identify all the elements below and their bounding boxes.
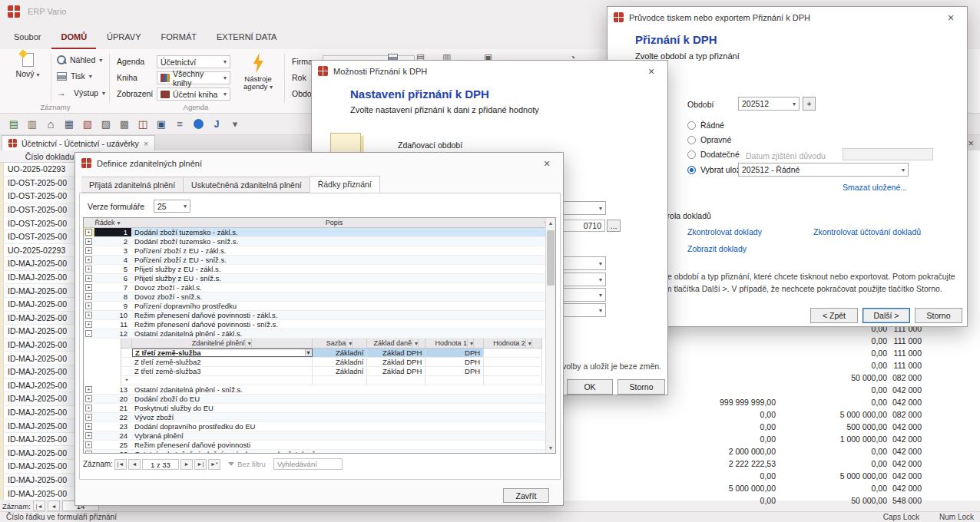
expand-icon[interactable]: +: [85, 414, 92, 421]
previous-record-icon[interactable]: ◄: [48, 501, 60, 511]
output-button[interactable]: → Výstup▾: [57, 88, 105, 98]
declaration-row[interactable]: + 21 Poskytnutí služby do EU: [84, 404, 555, 413]
expand-icon[interactable]: +: [85, 312, 92, 319]
menu-item[interactable]: ÚPRAVY: [98, 28, 150, 49]
agenda-tools-button[interactable]: Nástroje agendy ▾: [237, 53, 280, 91]
expand-icon[interactable]: +: [85, 432, 92, 439]
amount-row[interactable]: 0,00 1 000 000,00 042 000: [568, 433, 980, 445]
expand-icon[interactable]: +: [85, 321, 92, 328]
sort-chevron-icon[interactable]: ▾: [118, 220, 121, 226]
home-icon[interactable]: ⌂: [45, 118, 57, 130]
last-record-icon[interactable]: ►|: [194, 459, 207, 470]
book-combo[interactable]: Všechny knihy▾: [157, 71, 230, 84]
cash-drawer-icon[interactable]: ▩: [118, 118, 131, 130]
preview-button[interactable]: Náhled▾: [57, 55, 102, 64]
close-icon[interactable]: ×: [641, 64, 661, 79]
declaration-row[interactable]: + 3 Pořízení zboží z EU - zákl.s.: [84, 246, 555, 256]
declaration-row[interactable]: + 2 Dodání zboží tuzemsko - sníž.s.: [84, 237, 555, 246]
declaration-row[interactable]: + 5 Přijetí služby z EU - zákl.s.: [84, 265, 555, 274]
scrollbar-thumb[interactable]: [547, 230, 555, 286]
panel-close-icon[interactable]: ×: [968, 137, 974, 149]
wizard-title-bar[interactable]: Průvodce tiskem nebo exportem Přiznání k…: [608, 7, 967, 28]
more-tools-chevron-icon[interactable]: ▾: [229, 118, 241, 130]
expand-icon[interactable]: +: [85, 405, 92, 411]
expand-icon[interactable]: +: [85, 441, 92, 448]
scroll-down-icon[interactable]: ▼: [546, 443, 555, 453]
next-button[interactable]: Další >: [862, 308, 910, 323]
declaration-row[interactable]: + 4 Pořízení zboží z EU - sníž.s.: [84, 256, 555, 265]
declaration-row[interactable]: + 26 Ostatní uskutečněná plnění s nároke…: [84, 450, 555, 454]
new-button[interactable]: Nový ▾: [9, 53, 46, 78]
check-posting-link[interactable]: Zkontrolovat účtování dokladů: [813, 227, 921, 236]
menu-item[interactable]: DOMŮ: [51, 28, 96, 49]
declaration-row[interactable]: + 22 Vývoz zboží: [84, 413, 555, 422]
table-icon[interactable]: ≡: [174, 118, 186, 130]
expand-icon[interactable]: +: [85, 293, 92, 300]
calendar-icon[interactable]: ▧: [81, 118, 94, 130]
saved-declaration-combo[interactable]: 202512 - Řádné▾: [738, 163, 909, 177]
new-record-icon[interactable]: ►*: [208, 459, 220, 470]
expand-icon[interactable]: +: [85, 451, 92, 454]
amount-row[interactable]: 0,00 5 000 000,00 082 000: [568, 408, 980, 421]
taxable-supply-row[interactable]: Z třetí země-služba3 Základní Základ DPH…: [121, 367, 542, 376]
amount-row[interactable]: 0,00 500 000,00 042 000: [568, 421, 980, 433]
menu-item[interactable]: FORMÁT: [152, 28, 206, 49]
declaration-row[interactable]: + 23 Dodání dopravního prostředku do EU: [84, 422, 555, 431]
filter-state[interactable]: Bez filtru: [228, 460, 266, 468]
expand-icon[interactable]: +: [85, 423, 92, 430]
previous-record-icon[interactable]: ◄: [128, 459, 141, 470]
table-header[interactable]: Řádek▾ Popis ▾: [84, 218, 555, 228]
expand-icon[interactable]: +: [85, 247, 92, 254]
amount-row[interactable]: 2 222 222,53 0,00 042 000: [568, 458, 980, 470]
declaration-row[interactable]: + 24 Vybraná plnění: [84, 431, 555, 441]
check-documents-link[interactable]: Zkontrolovat doklady: [687, 227, 762, 236]
declaration-row[interactable]: + 10 Režim přenesení daňové povinnosti -…: [84, 311, 555, 320]
amount-row[interactable]: 0,00 5 000 000,00 042 000: [568, 470, 980, 482]
next-record-icon[interactable]: ►: [180, 459, 193, 470]
back-button[interactable]: < Zpět: [810, 308, 858, 323]
tab[interactable]: Řádky přiznání: [310, 176, 380, 193]
taxable-supply-row[interactable]: Z třetí země-služba Základní Základ DPH …: [121, 349, 542, 358]
cancel-button[interactable]: Storno: [617, 379, 665, 395]
close-button[interactable]: Zavřít: [503, 488, 549, 503]
expand-icon[interactable]: -: [85, 330, 92, 337]
discovery-date-field[interactable]: [843, 148, 933, 160]
taxable-supply-row[interactable]: *: [121, 376, 542, 385]
menu-item[interactable]: Soubor: [5, 28, 50, 49]
taxable-supply-row[interactable]: Z třetí země-služba2 Základní Základ DPH…: [121, 358, 542, 367]
menu-item[interactable]: EXTERNÍ DATA: [207, 28, 286, 49]
declaration-row[interactable]: + 20 Dodání zboží do EU: [84, 395, 555, 404]
expand-icon[interactable]: +: [85, 386, 92, 393]
record-position[interactable]: 1 z 33: [142, 459, 179, 470]
radio-corrective[interactable]: Opravné: [687, 135, 731, 144]
ledger-book-icon[interactable]: ◫: [137, 118, 149, 130]
expand-icon[interactable]: +: [85, 266, 92, 273]
declaration-row[interactable]: + 6 Přijetí služby z EU - sníž.s.: [84, 274, 555, 283]
cancel-button[interactable]: Storno: [915, 308, 962, 323]
first-record-icon[interactable]: |◄: [114, 459, 127, 470]
banknote-icon[interactable]: ▤: [8, 118, 20, 130]
first-record-icon[interactable]: |◄: [33, 501, 45, 511]
document-tab[interactable]: Účetnictví - Účetnictví - uzávěrky ×: [2, 135, 155, 150]
form-version-combo[interactable]: 25▾: [154, 200, 190, 213]
tab[interactable]: Uskutečněná zdanitelná plnění: [184, 177, 310, 193]
declaration-row[interactable]: + 7 Dovoz zboží - zákl.s.: [84, 283, 555, 292]
declaration-row[interactable]: + 11 Režim přenesení daňové povinnosti -…: [84, 320, 555, 329]
definition-title-bar[interactable]: Definice zdanitelných plnění ×: [75, 153, 563, 173]
close-icon[interactable]: ×: [537, 156, 557, 171]
expand-icon[interactable]: +: [85, 302, 92, 309]
declaration-row[interactable]: + 1 Dodání zboží tuzemsko - zákl.s.: [84, 228, 555, 237]
expand-icon[interactable]: +: [85, 238, 92, 245]
radio-supplementary[interactable]: Dodatečné: [687, 150, 740, 159]
journal-badge-icon[interactable]: J: [210, 118, 223, 130]
ok-button[interactable]: OK: [567, 379, 613, 395]
declaration-row[interactable]: - 12 Ostatní zdanitelná plnění - zákl.s.: [84, 329, 555, 339]
globe-icon[interactable]: [192, 118, 204, 130]
invoice-icon[interactable]: ▥: [26, 118, 38, 130]
amount-row[interactable]: 0,00 50 000,00 548 000: [568, 494, 980, 507]
amount-row[interactable]: 2 000 000,00 0,00 042 000: [568, 445, 980, 458]
declaration-row[interactable]: + 13 Ostatní zdanitelná plnění - sníž.s.: [84, 385, 555, 395]
print-button[interactable]: Tisk▾: [57, 71, 92, 81]
card-icon[interactable]: ▦: [63, 118, 75, 130]
search-input[interactable]: Vyhledávání: [273, 458, 343, 470]
